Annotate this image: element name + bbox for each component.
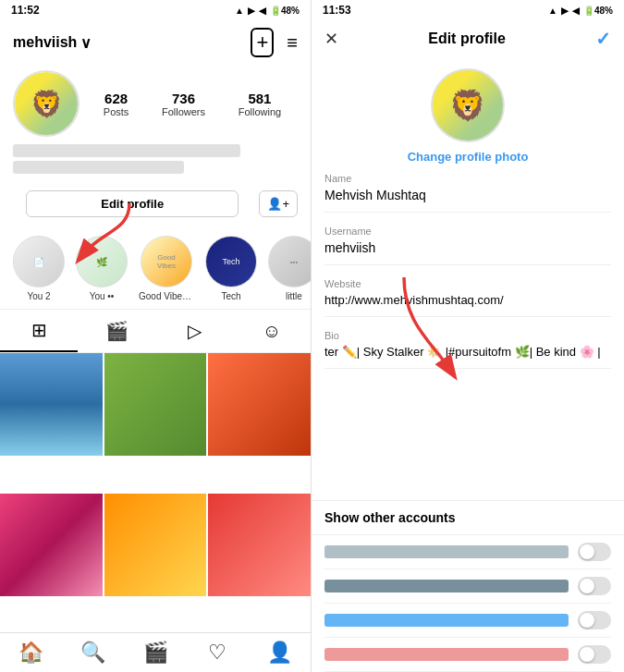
tab-reels[interactable]: ▷ [155,310,233,352]
status-bar-right: 11:53 ▲ ▶ ◀ 🔋48% [312,0,624,20]
nav-reels[interactable]: 🎬 [124,641,186,665]
story-circle: 📄 [13,236,65,287]
edit-profile-button[interactable]: Edit profile [26,190,239,217]
stories-row: 📄 You 2 🌿 You •• GoodVibes Good Vibes O.… [0,228,311,309]
name-label: Name [324,173,611,184]
posts-stat[interactable]: 628 Posts [104,91,129,117]
story-item[interactable]: 🌿 You •• [76,236,128,301]
profile-avatar-icon: 👤 [267,641,292,665]
header-icons: + ≡ [251,28,298,57]
video-icon: 🎬 [105,320,128,342]
story-label: Good Vibes O... [139,291,194,301]
bio-section [0,144,311,179]
right-phone-panel: 11:53 ▲ ▶ ◀ 🔋48% ✕ Edit profile ✓ 🦁 Chan… [312,0,624,672]
account-toggle[interactable] [578,577,611,595]
tab-grid[interactable]: ⊞ [0,310,78,352]
story-circle: GoodVibes [141,236,192,287]
add-person-button[interactable]: 👤+ [259,190,298,217]
change-photo-button[interactable]: Change profile photo [408,150,529,164]
edit-profile-row: Edit profile 👤+ [13,185,298,223]
youtube-icon: ▶ [248,6,255,16]
followers-label: Followers [162,106,205,117]
heart-icon: ♡ [208,641,226,665]
profile-header: mehviish ∨ + ≡ [0,20,311,63]
story-item[interactable]: Tech Tech [205,236,257,301]
story-label: You •• [90,291,115,301]
photo-grid [0,353,311,632]
bio-field[interactable]: Bio ter ✏️| Sky Stalker 🌤️ |#pursuitofm … [324,330,611,369]
status-icons-right: ▲ ▶ ◀ 🔋48% [548,6,613,16]
close-button[interactable]: ✕ [324,29,338,49]
form-section: Name Mehvish Mushtaq Username mehviish W… [312,173,624,500]
profile-stats: 🦁 628 Posts 736 Followers 581 Following [0,63,311,144]
tab-tagged[interactable]: ☺ [233,310,311,352]
time-left: 11:52 [11,4,40,17]
website-field[interactable]: Website http://www.mehvishmushtaq.com/ [324,278,611,317]
time-right: 11:53 [323,4,351,17]
account-toggle[interactable] [578,611,611,629]
followers-stat[interactable]: 736 Followers [162,91,205,117]
username-field[interactable]: Username mehviish [324,226,611,265]
bottom-nav: 🏠 🔍 🎬 ♡ 👤 [0,632,311,672]
photo-cell[interactable] [104,353,207,456]
story-label: little [286,291,302,301]
battery-icon: 🔋48% [270,6,300,16]
story-item[interactable]: GoodVibes Good Vibes O... [139,236,194,301]
edit-profile-header: ✕ Edit profile ✓ [312,20,624,55]
audio-icon: ◀ [259,6,266,16]
name-field[interactable]: Name Mehvish Mushtaq [324,173,611,213]
nav-search[interactable]: 🔍 [62,641,124,665]
story-item[interactable]: ••• little [268,236,311,301]
username-row[interactable]: mehviish ∨ [13,34,92,52]
edit-profile-avatar: 🦁 [431,68,505,142]
search-icon: 🔍 [80,641,105,665]
photo-cell[interactable] [104,494,207,596]
photo-cell[interactable] [0,494,103,596]
signal-icon: ▲ [235,6,244,16]
story-item[interactable]: 📄 You 2 [13,236,65,301]
audio-icon-r: ◀ [572,6,580,16]
account-toggle[interactable] [578,645,611,664]
signal-icon-r: ▲ [548,6,557,16]
photo-cell[interactable] [208,353,311,456]
home-icon: 🏠 [18,641,43,665]
posts-label: Posts [104,106,129,117]
story-circle: ••• [268,236,311,287]
photo-cell[interactable] [208,494,311,596]
add-person-icon: 👤+ [267,197,289,211]
edit-profile-title: Edit profile [428,31,506,47]
youtube-icon-r: ▶ [561,6,569,16]
account-row [324,638,611,672]
username-text: mehviish [13,34,77,51]
bio-line-2 [13,161,184,174]
followers-count: 736 [172,91,195,106]
grid-icon: ⊞ [31,319,47,341]
story-label: You 2 [27,291,50,301]
show-other-accounts-label: Show other accounts [312,500,624,535]
nav-home[interactable]: 🏠 [0,641,62,665]
stats-row: 628 Posts 736 Followers 581 Following [87,91,298,117]
add-post-icon[interactable]: + [251,28,274,57]
avatar[interactable]: 🦁 [13,70,80,137]
following-label: Following [239,106,281,117]
following-count: 581 [248,91,271,106]
change-photo-section: 🦁 Change profile photo [312,55,624,173]
website-label: Website [324,278,611,289]
battery-icon-r: 🔋48% [583,6,613,16]
account-info-blur [324,545,569,558]
nav-profile[interactable]: 👤 [249,641,311,665]
status-icons-left: ▲ ▶ ◀ 🔋48% [235,6,300,16]
menu-icon[interactable]: ≡ [287,32,298,54]
account-info-blur [324,580,569,593]
bio-line-1 [13,144,240,157]
tab-video[interactable]: 🎬 [78,310,155,352]
chevron-down-icon: ∨ [80,34,92,52]
save-check-button[interactable]: ✓ [595,28,611,50]
account-row [324,569,611,604]
account-row [324,604,611,638]
username-label: Username [324,226,611,237]
account-toggle[interactable] [578,543,611,561]
photo-cell[interactable] [0,353,103,456]
nav-likes[interactable]: ♡ [187,641,249,665]
following-stat[interactable]: 581 Following [239,91,281,117]
